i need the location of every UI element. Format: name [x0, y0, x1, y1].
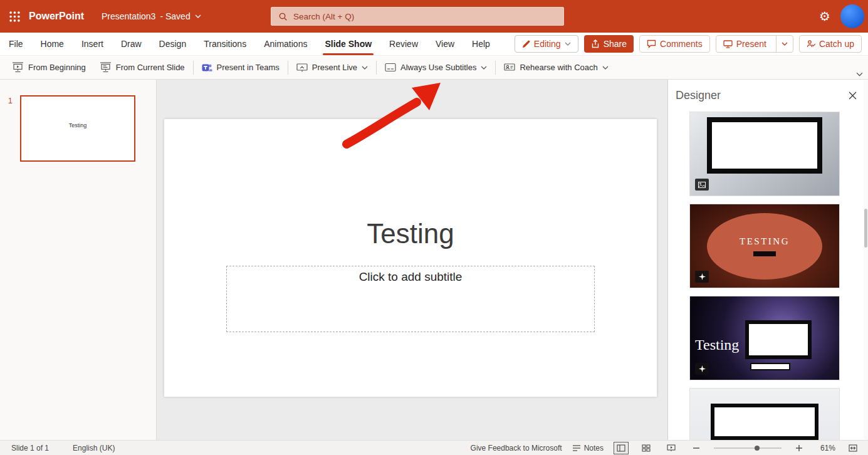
- tab-review[interactable]: Review: [380, 33, 427, 55]
- zoom-slider-thumb[interactable]: [755, 446, 760, 451]
- catch-up-icon: [807, 39, 815, 48]
- tab-help[interactable]: Help: [463, 33, 499, 55]
- fit-to-window-icon: [849, 444, 857, 452]
- editing-view-icon: [617, 444, 625, 452]
- zoom-in-button[interactable]: [792, 442, 807, 454]
- designer-header: Designer: [668, 80, 868, 112]
- slide-thumbnail-1[interactable]: Testing: [20, 95, 135, 162]
- tab-slide-show[interactable]: Slide Show: [316, 33, 380, 55]
- zoom-level[interactable]: 61%: [817, 444, 835, 452]
- close-icon: [849, 92, 857, 100]
- waffle-icon: [9, 11, 20, 22]
- present-in-teams-button[interactable]: Present in Teams: [195, 56, 286, 79]
- chevron-down-icon: [782, 42, 788, 46]
- design-title-text: Testing: [695, 337, 739, 353]
- chevron-down-icon: [362, 66, 368, 70]
- slide-number: 1: [8, 95, 16, 440]
- document-title-menu[interactable]: Presentation3 - Saved: [102, 11, 201, 21]
- account-avatar[interactable]: [840, 4, 864, 28]
- chevron-down-icon: [195, 14, 201, 18]
- always-use-subtitles-label: Always Use Subtitles: [400, 63, 476, 72]
- tab-design[interactable]: Design: [150, 33, 196, 55]
- pencil-icon: [522, 40, 530, 48]
- plus-icon: [795, 444, 803, 452]
- editing-label: Editing: [534, 39, 561, 49]
- present-live-button[interactable]: Present Live: [290, 56, 375, 79]
- picture-badge: [695, 179, 709, 191]
- status-bar: Slide 1 of 1 English (UK) Give Feedback …: [0, 440, 868, 455]
- tab-animations[interactable]: Animations: [255, 33, 316, 55]
- designer-suggestion-3[interactable]: Testing: [690, 296, 839, 380]
- status-right: Give Feedback to Microsoft Notes 61%: [471, 442, 868, 454]
- notes-label: Notes: [584, 444, 604, 452]
- notes-toggle[interactable]: Notes: [572, 444, 604, 452]
- slide-indicator: Slide 1 of 1: [11, 444, 49, 452]
- tab-home[interactable]: Home: [32, 33, 73, 55]
- catch-up-label: Catch up: [819, 39, 854, 49]
- chevron-down-icon: [481, 66, 487, 70]
- designer-suggestion-1[interactable]: [690, 112, 839, 196]
- thumbnail-title-text: Testing: [69, 122, 87, 128]
- tab-transitions[interactable]: Transitions: [195, 33, 255, 55]
- catch-up-button[interactable]: Catch up: [799, 35, 862, 53]
- slide-editor[interactable]: Testing Click to add subtitle: [164, 119, 657, 397]
- language-selector[interactable]: English (UK): [73, 444, 115, 452]
- comments-button[interactable]: Comments: [639, 35, 710, 53]
- design-subtitle-box: [750, 363, 790, 370]
- search-input[interactable]: [293, 12, 557, 21]
- view-slideshow-button[interactable]: [664, 442, 679, 454]
- app-title[interactable]: PowerPoint: [29, 11, 84, 22]
- rehearse-with-coach-label: Rehearse with Coach: [520, 63, 597, 72]
- chevron-down-icon: [565, 42, 571, 46]
- menu-right-actions: Editing Share Comments Present Catch up: [515, 33, 868, 55]
- share-button[interactable]: Share: [584, 35, 634, 53]
- view-editing-button[interactable]: [614, 442, 629, 454]
- save-status: - Saved: [160, 11, 190, 21]
- design-title-text: TESTING: [740, 236, 790, 247]
- present-button[interactable]: Present: [716, 36, 772, 52]
- always-use-subtitles-button[interactable]: Always Use Subtitles: [378, 56, 494, 79]
- comments-icon: [647, 39, 656, 48]
- designer-suggestion-4[interactable]: [690, 389, 839, 440]
- feedback-link[interactable]: Give Feedback to Microsoft: [471, 444, 562, 452]
- from-beginning-label: From Beginning: [28, 63, 86, 72]
- tab-view[interactable]: View: [427, 33, 463, 55]
- design-frame: [711, 404, 818, 440]
- editing-mode-button[interactable]: Editing: [515, 35, 578, 53]
- tab-file[interactable]: File: [0, 33, 32, 55]
- rehearse-with-coach-button[interactable]: Rehearse with Coach: [497, 56, 615, 79]
- coach-icon: [504, 63, 515, 73]
- designer-badge: [695, 271, 709, 283]
- view-slide-sorter-button[interactable]: [639, 442, 654, 454]
- fit-slide-button[interactable]: [845, 442, 860, 454]
- minus-icon: [693, 444, 700, 452]
- collapse-ribbon-button[interactable]: [856, 72, 863, 76]
- slide-title-textbox[interactable]: Testing: [164, 218, 657, 249]
- zoom-slider[interactable]: [714, 447, 782, 449]
- tab-insert[interactable]: Insert: [73, 33, 112, 55]
- present-live-icon: [296, 63, 308, 73]
- designer-scrollbar-thumb[interactable]: [864, 209, 867, 248]
- picture-icon: [698, 182, 706, 188]
- share-label: Share: [604, 39, 627, 49]
- search-box[interactable]: [271, 7, 564, 26]
- share-icon: [591, 39, 600, 48]
- teams-icon: [202, 63, 212, 73]
- zoom-out-button[interactable]: [689, 442, 704, 454]
- present-dropdown-button[interactable]: [776, 36, 793, 52]
- ribbon-divider: [288, 61, 288, 75]
- designer-suggestion-2[interactable]: TESTING: [690, 204, 839, 288]
- from-beginning-button[interactable]: From Beginning: [5, 56, 93, 79]
- designer-close-button[interactable]: [846, 89, 859, 102]
- present-in-teams-label: Present in Teams: [217, 63, 280, 72]
- settings-gear-icon[interactable]: ⚙: [819, 10, 830, 23]
- designer-scrollbar-track[interactable]: [864, 80, 868, 440]
- from-current-slide-button[interactable]: From Current Slide: [93, 56, 192, 79]
- present-screen-icon: [723, 40, 733, 48]
- sparkle-icon: [699, 365, 706, 372]
- designer-title: Designer: [676, 89, 721, 102]
- app-launcher-button[interactable]: [0, 0, 29, 33]
- subtitle-placeholder[interactable]: Click to add subtitle: [226, 266, 595, 332]
- chevron-down-icon: [602, 66, 609, 70]
- tab-draw[interactable]: Draw: [112, 33, 150, 55]
